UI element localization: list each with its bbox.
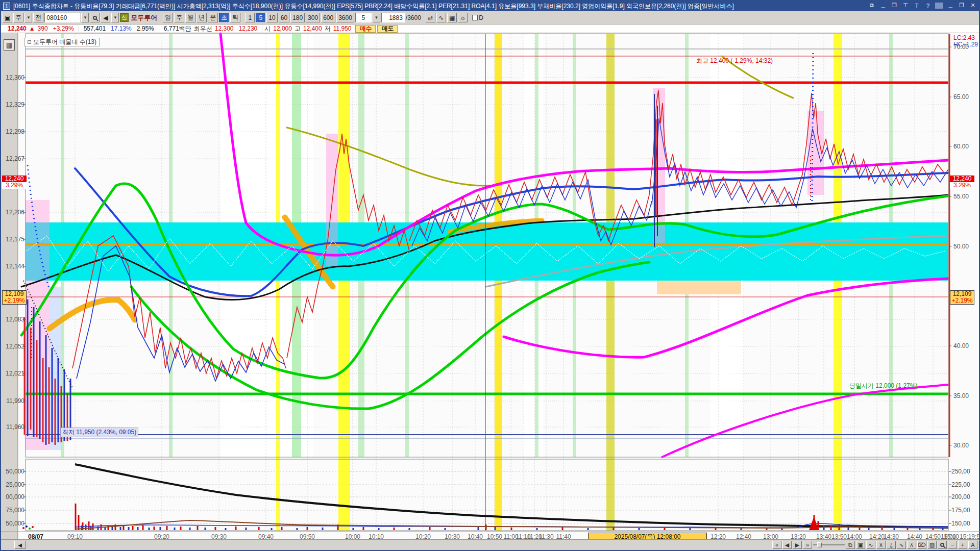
scroll-back-button[interactable]: ◀ xyxy=(782,541,792,549)
volume-axis-label: 175,00 xyxy=(951,507,979,514)
cascade-windows-icon[interactable]: ▣ xyxy=(856,541,865,549)
wave-tool-icon[interactable]: ∿ xyxy=(897,541,906,549)
volume-axis-label: 50,000 xyxy=(3,468,24,475)
fibonacci-tool-icon[interactable]: ⍙ xyxy=(887,541,896,549)
price-axis-label: 12,175 xyxy=(3,236,24,243)
price-axis-label: 11,960 xyxy=(3,423,24,431)
volume-profile-band xyxy=(26,222,948,294)
indicator-label-box[interactable]: 모두투어 매물대 수(13) xyxy=(24,38,100,46)
secondary-axis-label: 30.00 xyxy=(953,442,979,449)
price-axis-label: 12,083 xyxy=(3,316,24,323)
secondary-axis-label: 40.00 xyxy=(953,342,979,349)
scroll-start-button[interactable]: « xyxy=(772,541,781,549)
chart-image-icon[interactable]: ▨ xyxy=(927,541,937,549)
price-axis-label: 11,990 xyxy=(3,397,24,405)
volume-axis-label: 75,000 xyxy=(3,507,24,514)
alert-price-badge: 12,109+2.19% xyxy=(950,290,974,305)
price-axis-label: 12,021 xyxy=(3,370,24,377)
price-axis-label: 12,298 xyxy=(3,128,24,135)
secondary-axis-label: 65.00 xyxy=(953,93,979,101)
volume-axis-label: 250,00 xyxy=(951,468,979,475)
indicator-label: 모두투어 매물대 수(13) xyxy=(33,38,96,46)
price-axis-label: 12,206 xyxy=(3,209,24,216)
price-axis-label: 12,267 xyxy=(3,155,24,162)
scroll-forward-button[interactable]: ▶ xyxy=(793,541,802,549)
indicator-checkbox-icon xyxy=(28,40,31,44)
eraser-tool-icon[interactable]: ⌦ xyxy=(917,541,926,549)
price-axis-label: 12,144 xyxy=(3,263,24,270)
magnifier-icon[interactable] xyxy=(938,541,947,549)
volume-axis-label: 25,000 xyxy=(3,481,24,488)
volume-axis-label: 225,00 xyxy=(951,481,979,488)
secondary-axis-label: 50.00 xyxy=(953,243,979,250)
volume-axis-label: 150,00 xyxy=(951,520,979,527)
scroll-end-button[interactable]: » xyxy=(803,541,812,549)
freehand-tool-icon[interactable]: ʎ xyxy=(907,541,916,549)
chart-region: ▦ xyxy=(1,33,979,550)
price-axis-label: 12,329 xyxy=(3,101,24,108)
volume-axis-label: 200,00 xyxy=(951,493,979,500)
alert-price-badge: 12,109+2.19% xyxy=(2,290,27,305)
current-price-badge: 12,2403.29% xyxy=(950,176,974,189)
zoom-out-button[interactable]: − xyxy=(948,541,957,549)
zoom-in-button[interactable]: + xyxy=(958,541,967,549)
pane-borders xyxy=(1,34,980,541)
open-annotation: 당일시가 12,000 (1.27%) xyxy=(849,382,917,390)
lc-label: LC:2.43 xyxy=(953,34,975,41)
zigzag-tool-icon[interactable]: ∿ xyxy=(866,541,875,549)
tile-windows-icon[interactable]: ⧉ xyxy=(846,541,855,549)
volume-axis-label: 50,000 xyxy=(3,520,24,527)
price-axis-label: 12,360 xyxy=(3,74,24,81)
trendline-tool-icon[interactable]: ⊼ xyxy=(876,541,886,549)
zoom-slider[interactable] xyxy=(813,541,845,548)
secondary-axis-label: 55.00 xyxy=(953,193,979,200)
high-annotation: 최고 12,400 (-1.29%, 14:32) xyxy=(696,57,773,65)
current-price-badge: 12,2403.29% xyxy=(2,176,27,189)
stock-chart-window: 1 [0601] 주식종합차트 - 유통비율[79.3] 거래대금[6,771(… xyxy=(0,0,980,551)
volume-axis-label: 00,000 xyxy=(3,493,24,500)
low-annotation: 최저 11,950 (2.43%, 09:05) xyxy=(60,428,138,437)
secondary-axis-label: 35.00 xyxy=(953,392,979,399)
chart-canvas[interactable]: 모두투어 매물대 수(13) 최고 12,400 (-1.29%, 14:32)… xyxy=(18,33,979,550)
chart-plot xyxy=(1,1,980,551)
status-bar: ◀ «◀▶» ⧉▣∿⊼⍙∿ʎ⌦▨ − + A xyxy=(1,539,979,550)
font-button[interactable]: A xyxy=(968,541,977,549)
price-axis-label: 12,052 xyxy=(3,343,24,350)
scroll-left-button[interactable]: ◀ xyxy=(14,541,26,549)
secondary-axis-label: 60.00 xyxy=(953,143,979,150)
hc-label: HC:-1.29 xyxy=(953,41,978,48)
